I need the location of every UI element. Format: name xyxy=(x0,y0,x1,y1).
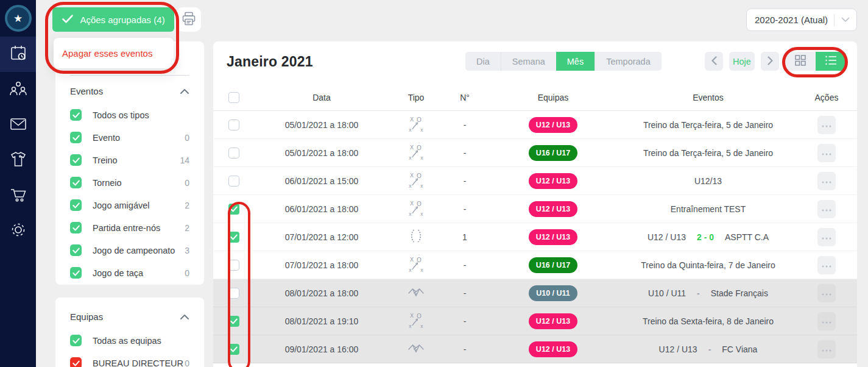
training-icon: XOxx xyxy=(407,321,425,331)
match-away: Stade Français xyxy=(711,288,768,298)
tab-semana[interactable]: Semana xyxy=(501,52,556,71)
row-actions-button[interactable] xyxy=(817,172,836,190)
filter-label: Todas as equipas xyxy=(93,336,189,346)
sidebar-item-calendar[interactable] xyxy=(0,37,36,72)
ellipsis-icon xyxy=(822,120,831,129)
svg-text:O: O xyxy=(417,201,422,207)
row-checkbox[interactable] xyxy=(228,344,239,355)
filter-item[interactable]: Torneio0 xyxy=(55,171,204,194)
filter-label: Treino xyxy=(93,155,180,165)
filter-item[interactable]: Todos os tipos xyxy=(55,104,204,126)
row-checkbox[interactable] xyxy=(228,288,239,299)
chevron-up-icon[interactable] xyxy=(180,312,189,322)
event-number: - xyxy=(443,260,486,270)
row-checkbox[interactable] xyxy=(228,176,239,187)
row-checkbox[interactable] xyxy=(228,148,239,159)
team-badge: U12 / U13 xyxy=(529,229,577,245)
filter-checkbox[interactable] xyxy=(70,199,82,211)
row-actions-button[interactable] xyxy=(817,116,836,134)
filter-item[interactable]: BUREAU DIRECTEUR0 xyxy=(55,352,204,367)
ellipsis-icon xyxy=(822,148,831,157)
event-description: Entraînement TEST xyxy=(620,204,796,214)
svg-text:x: x xyxy=(420,268,423,273)
filter-checkbox[interactable] xyxy=(70,244,82,256)
row-checkbox[interactable] xyxy=(228,260,239,271)
svg-text:x: x xyxy=(420,127,423,133)
grouped-actions-button[interactable]: Ações agrupadas (4) xyxy=(52,7,174,32)
filter-checkbox[interactable] xyxy=(70,335,82,346)
chevron-up-icon[interactable] xyxy=(180,86,189,96)
next-month-button[interactable] xyxy=(761,52,779,71)
svg-text:x: x xyxy=(420,324,423,329)
filter-count: 2 xyxy=(185,201,189,210)
tab-temporada[interactable]: Temporada xyxy=(595,52,662,71)
event-description: U12 / U13-FC Viana xyxy=(620,344,796,354)
today-button[interactable]: Hoje xyxy=(729,52,755,71)
sidebar-item-settings[interactable] xyxy=(0,213,36,249)
sidebar-item-shop[interactable] xyxy=(0,178,36,213)
row-checkbox[interactable] xyxy=(228,316,239,327)
view-mode-toggle xyxy=(785,52,846,71)
sidebar-item-members[interactable] xyxy=(0,72,36,107)
svg-text:x: x xyxy=(420,184,423,189)
row-checkbox[interactable] xyxy=(228,119,239,130)
column-header-acoes: Ações xyxy=(796,93,857,102)
ellipsis-icon xyxy=(822,288,831,298)
filter-checkbox[interactable] xyxy=(70,222,82,233)
row-actions-button[interactable] xyxy=(817,284,836,302)
filter-item[interactable]: Jogo de taça0 xyxy=(55,262,204,284)
row-actions-button[interactable] xyxy=(817,256,836,274)
filter-item[interactable]: Jogo de campeonato3 xyxy=(55,239,204,262)
season-selector[interactable]: 2020-2021 (Atual) xyxy=(746,9,857,31)
filter-item[interactable]: Evento0 xyxy=(55,126,204,149)
row-actions-button[interactable] xyxy=(817,228,836,246)
filter-checkbox[interactable] xyxy=(70,357,82,367)
check-icon xyxy=(62,14,74,26)
event-date: 06/01/2021 a 15:00 xyxy=(255,176,389,186)
club-logo[interactable]: ★ xyxy=(5,5,32,32)
tab-dia[interactable]: Dia xyxy=(465,52,501,71)
grid-view-button[interactable] xyxy=(785,52,816,71)
table-row: 08/01/2021 a 19:10XOxx-U12 / U13Treino d… xyxy=(213,307,857,335)
view-period-tabs: Dia Semana Mês Temporada xyxy=(465,52,662,71)
ellipsis-icon xyxy=(822,316,831,326)
previous-month-button[interactable] xyxy=(705,52,723,71)
event-number: - xyxy=(443,120,486,130)
grouped-actions-label: Ações agrupadas (4) xyxy=(80,15,164,25)
list-view-button[interactable] xyxy=(816,52,846,71)
sidebar-item-messages[interactable] xyxy=(0,107,36,143)
friendly-icon xyxy=(407,292,425,302)
grouped-actions-menu: Apagar esses eventos xyxy=(54,38,174,68)
svg-text:x: x xyxy=(409,212,412,217)
row-actions-button[interactable] xyxy=(817,144,836,162)
select-all-checkbox[interactable] xyxy=(228,92,239,103)
delete-events-menu-item[interactable]: Apagar esses eventos xyxy=(54,48,152,59)
filter-item[interactable]: Jogo amigável2 xyxy=(55,194,204,216)
filter-checkbox[interactable] xyxy=(70,177,82,188)
filter-label: Evento xyxy=(93,133,185,143)
filter-item[interactable]: Partida entre-nós2 xyxy=(55,216,204,239)
table-row: 05/01/2021 a 18:00XOxx-U16 / U17Treino d… xyxy=(213,139,857,167)
filter-item[interactable]: Treino14 xyxy=(55,149,204,171)
event-description: Treino da Terça-feira, 5 de Janeiro xyxy=(620,148,796,158)
calendar-title: Janeiro 2021 xyxy=(227,54,313,70)
filter-checkbox[interactable] xyxy=(70,267,82,279)
filter-item[interactable]: Todas as equipas xyxy=(55,329,204,352)
tab-mes[interactable]: Mês xyxy=(556,52,595,71)
row-actions-button[interactable] xyxy=(817,200,836,218)
print-button[interactable] xyxy=(177,7,201,32)
filter-count: 0 xyxy=(185,133,189,143)
filter-checkbox[interactable] xyxy=(70,132,82,143)
row-checkbox[interactable] xyxy=(228,232,239,243)
friendly-icon xyxy=(407,348,425,358)
row-actions-button[interactable] xyxy=(817,340,836,358)
row-checkbox[interactable] xyxy=(228,204,239,215)
filter-checkbox[interactable] xyxy=(70,109,82,121)
filter-label: Jogo de campeonato xyxy=(93,246,185,255)
sidebar-item-equipment[interactable] xyxy=(0,143,36,178)
event-description: Treino da Sexta-feira, 8 de Janeiro xyxy=(620,316,796,326)
championship-icon xyxy=(408,237,425,246)
chevron-right-icon xyxy=(767,56,773,67)
filter-checkbox[interactable] xyxy=(70,154,82,166)
row-actions-button[interactable] xyxy=(817,312,836,330)
